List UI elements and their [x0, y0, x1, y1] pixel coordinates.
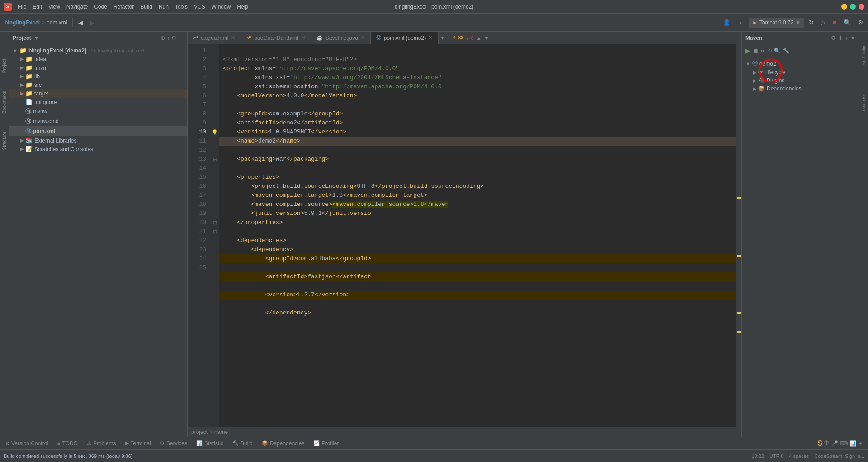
maven-settings-icon[interactable]: ⚙: [831, 35, 836, 41]
project-panel-add[interactable]: ⊕: [160, 35, 165, 41]
tree-item-target[interactable]: ▶ 📁 target: [9, 89, 187, 98]
maven-add-icon[interactable]: +: [845, 34, 849, 42]
app-logo: S: [4, 3, 12, 11]
tab-caigou[interactable]: ☍ caigou.html ✕: [188, 32, 241, 44]
toolbar-user[interactable]: 👤: [719, 17, 734, 28]
menu-run[interactable]: Run: [156, 2, 172, 12]
tree-item-src[interactable]: ▶ 📁 src: [9, 81, 187, 89]
notifications-side-tab[interactable]: Notifications: [862, 43, 866, 65]
window-close[interactable]: [859, 4, 864, 10]
tree-item-mvn[interactable]: ▶ 📁 .mvn: [9, 63, 187, 72]
maven-wrench-icon[interactable]: 🔧: [783, 48, 789, 54]
menu-help[interactable]: Help: [234, 2, 251, 12]
maven-dropdown-icon[interactable]: ▼: [850, 35, 855, 41]
toolbar-refresh[interactable]: ↻: [806, 17, 816, 28]
menu-refactor[interactable]: Refactor: [110, 2, 137, 12]
menu-tools[interactable]: Tools: [172, 2, 191, 12]
bottom-tab-problems[interactable]: ⚠ Problems: [82, 438, 121, 448]
tree-item-mvnw[interactable]: Ⓜ mvnw: [9, 106, 187, 116]
tab-close-pomxml[interactable]: ✕: [429, 35, 433, 41]
menu-build[interactable]: Build: [137, 2, 156, 12]
menu-vcs[interactable]: VCS: [191, 2, 208, 12]
status-codestream[interactable]: CodeStream: Sign in...: [814, 453, 864, 459]
bookmarks-side-tab[interactable]: Bookmarks: [2, 91, 7, 114]
maven-label-dependencies: Dependencies: [767, 86, 802, 92]
menu-edit[interactable]: Edit: [29, 2, 45, 12]
maven-item-dependencies[interactable]: ▶ 📦 Dependencies: [742, 85, 859, 93]
tree-item-mvnwcmd[interactable]: Ⓜ mvnw.cmd: [9, 116, 187, 126]
maven-refresh-icon[interactable]: ↻: [768, 48, 772, 54]
structure-side-tab[interactable]: Structure: [2, 132, 7, 150]
maven-run-icon[interactable]: ▶: [745, 47, 750, 54]
tab-baoguandan[interactable]: ☍ baoGuanDan.html ✕: [241, 32, 311, 44]
tree-label-mvn: .mvn: [34, 65, 46, 71]
toolbar-nav-back[interactable]: ←: [736, 17, 747, 28]
project-panel-gear[interactable]: ⚙: [171, 35, 176, 41]
maven-item-demo2[interactable]: ▼ Ⓜ demo2: [742, 59, 859, 68]
bottom-tab-profiler[interactable]: 📈 Profiler: [309, 438, 343, 448]
terminal-label: Terminal: [131, 440, 151, 447]
maven-stop-icon[interactable]: ⏹: [752, 47, 759, 54]
tab-warnings-down[interactable]: ▼: [484, 35, 489, 41]
project-panel-collapse[interactable]: —: [178, 35, 184, 41]
tree-item-extlibs[interactable]: ▶ 📚 External Libraries: [9, 136, 187, 145]
window-minimize[interactable]: [841, 4, 847, 10]
build-icon: 🔨: [232, 440, 239, 446]
tree-item-gitignore[interactable]: 📄 .gitignore: [9, 98, 187, 106]
tab-overflow-btn[interactable]: ▾: [439, 32, 447, 44]
maven-item-plugins[interactable]: ▶ 🔌 Plugins: [742, 76, 859, 85]
project-side-tab[interactable]: Project: [2, 59, 7, 73]
breadcrumb-file: pom.xml: [47, 19, 67, 26]
project-panel-sync[interactable]: ↕: [167, 35, 170, 41]
toolbar-stop[interactable]: ■: [830, 17, 839, 28]
menu-file[interactable]: File: [14, 2, 29, 12]
menu-window[interactable]: Window: [208, 2, 234, 12]
tab-close-caigou[interactable]: ✕: [231, 35, 235, 41]
toolbar-back[interactable]: ◀: [75, 17, 86, 28]
menu-navigate[interactable]: Navigate: [63, 2, 91, 12]
database-side-tab[interactable]: Database: [862, 94, 866, 111]
bottom-tab-services[interactable]: ⚙ Services: [156, 438, 192, 448]
menu-view[interactable]: View: [45, 2, 63, 12]
bottom-tab-dependencies[interactable]: 📦 Dependencies: [257, 438, 309, 448]
menu-code[interactable]: Code: [91, 2, 110, 12]
tree-item-pomxml[interactable]: Ⓜ pom.xml: [9, 126, 187, 136]
status-message: Build completed successfully in 5 sec, 3…: [4, 453, 133, 459]
status-indent[interactable]: 4 spaces: [789, 453, 809, 459]
breadcrumb-project: binglingExcel: [5, 19, 40, 26]
bottom-tab-statistic[interactable]: 📊 Statistic: [192, 438, 228, 448]
tab-icon-baoguandan: ☍: [246, 35, 251, 41]
tree-item-idea[interactable]: ▶ 📁 .idea: [9, 55, 187, 63]
toolbar-search[interactable]: 🔍: [841, 17, 854, 28]
tab-close-baoguandan[interactable]: ✕: [301, 35, 305, 41]
bottom-tab-todo[interactable]: ≡ TODO: [53, 438, 82, 448]
maven-skip-icon[interactable]: ⏭: [760, 48, 766, 54]
server-selector[interactable]: ► Tomcat 9.0.72 ▼: [749, 18, 804, 28]
tab-pomxml[interactable]: Ⓜ pom.xml (demo2) ✕: [371, 32, 439, 44]
tree-item-root[interactable]: ▼ 📁 binglingExcel [demo2] D:\Develop\bin…: [9, 46, 187, 55]
maven-item-lifecycle[interactable]: ▶ ⟳ Lifecycle: [742, 68, 859, 76]
bottom-tab-build[interactable]: 🔨 Build: [228, 438, 257, 448]
toolbar-settings[interactable]: ⚙: [855, 17, 866, 28]
window-maximize[interactable]: [850, 4, 856, 10]
tab-warnings-up[interactable]: ▲: [476, 35, 481, 41]
tab-savefile[interactable]: ☕ SaveFile.java ✕: [311, 32, 371, 44]
maven-search-icon[interactable]: 🔍: [774, 48, 781, 54]
code-content[interactable]: <?xml version="1.0" encoding="UTF-8"?> <…: [219, 44, 736, 427]
tree-label-src: src: [34, 82, 42, 88]
toolbar-debug[interactable]: ▷: [818, 17, 828, 28]
tree-label-lib: lib: [34, 73, 40, 80]
toolbar-forward[interactable]: ▶: [87, 17, 97, 28]
terminal-icon: ▶: [125, 440, 129, 446]
bottom-tab-terminal[interactable]: ▶ Terminal: [121, 438, 156, 448]
project-label: Project: [13, 35, 31, 41]
bottom-tab-version-control[interactable]: ⑆ Version Control: [2, 438, 53, 448]
tree-item-scratches[interactable]: ▶ 📝 Scratches and Consoles: [9, 145, 187, 153]
tree-item-lib[interactable]: ▶ 📁 lib: [9, 72, 187, 81]
maven-download-icon[interactable]: ⬇: [838, 34, 843, 42]
codestream-logo: S: [817, 439, 822, 448]
status-line-col[interactable]: 10:22: [752, 453, 764, 459]
tab-close-savefile[interactable]: ✕: [361, 35, 365, 41]
status-encoding[interactable]: UTF-8: [769, 453, 783, 459]
project-dropdown[interactable]: ▼: [34, 35, 39, 41]
